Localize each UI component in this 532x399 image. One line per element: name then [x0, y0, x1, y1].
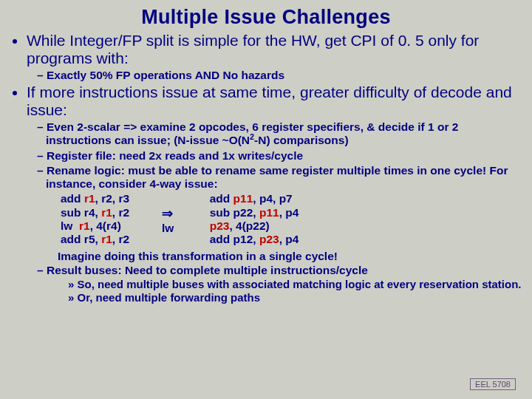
bullet-2-sub-3: Rename logic: must be able to rename sam…: [37, 164, 525, 191]
c-m4: [162, 235, 165, 248]
c-r3b: , 4(p22): [229, 219, 269, 232]
bullet-2: If more instructions issue at same time,…: [27, 83, 525, 304]
code-example: add r1, r2, r3 sub r4, r1, r2 lw r1, 4(r…: [27, 192, 525, 248]
code-mid-col: ⇒ lw: [162, 192, 174, 248]
bullet-1-text: While Integer/FP split is simple for the…: [27, 32, 479, 66]
c-r1a: add: [206, 192, 233, 205]
bullet-1-sub-1: Exactly 50% FP operations AND No hazards: [37, 69, 525, 82]
c-l3a: lw: [61, 219, 79, 232]
c-l2a: sub r4,: [61, 206, 101, 219]
c-l1b: , r2, r3: [95, 192, 130, 205]
c-l4a: add r5,: [61, 233, 101, 245]
bullet-2-sub-cont: Result buses: Need to complete multiple …: [27, 264, 525, 304]
c-l4b: , r2: [112, 233, 129, 245]
bullet-2-sub-1: Even 2-scalar => examine 2 opcodes, 6 re…: [37, 120, 525, 148]
c-m3: lw: [162, 222, 174, 234]
c-r2a: sub p22,: [206, 206, 259, 219]
c-l2r: r1: [101, 206, 112, 219]
bullet-2-sub-4-b: Or, need multiple forwarding paths: [68, 291, 525, 304]
c-r3p: p23: [210, 219, 230, 232]
bullet-2-sub-4-sub: So, need multiple buses with associated …: [46, 278, 525, 304]
arrow-icon: ⇒: [162, 206, 173, 221]
code-right-col: add p11, p4, p7 sub p22, p11, p4 p23, 4(…: [206, 192, 299, 248]
c-r2p: p11: [259, 206, 279, 219]
slide-title: Multiple Issue Challenges: [7, 6, 525, 29]
c-l1a: add: [61, 192, 84, 205]
c-r1b: , p4, p7: [253, 192, 292, 205]
bullet-2-text: If more instructions issue at same time,…: [27, 83, 512, 118]
b2s1-part-b: -N) comparisons): [254, 134, 348, 146]
c-l3r: r1: [79, 219, 90, 232]
c-m1: [162, 192, 165, 205]
slide: Multiple Issue Challenges While Integer/…: [0, 0, 532, 399]
c-r4p: p23: [259, 233, 279, 245]
c-r4a: add p12,: [206, 233, 259, 245]
c-l3b: , 4(r4): [90, 219, 121, 232]
bullet-list: While Integer/FP split is simple for the…: [7, 32, 525, 304]
c-l4r: r1: [101, 233, 112, 245]
bullet-1: While Integer/FP split is simple for the…: [27, 32, 525, 82]
code-left-col: add r1, r2, r3 sub r4, r1, r2 lw r1, 4(r…: [61, 192, 129, 248]
c-l2b: , r2: [112, 206, 129, 219]
c-r4b: , p4: [279, 233, 299, 245]
imagine-text: Imagine doing this transformation in a s…: [27, 250, 525, 263]
c-r2b: , p4: [279, 206, 299, 219]
footer-label: EEL 5708: [470, 378, 516, 390]
bullet-2-sub: Even 2-scalar => examine 2 opcodes, 6 re…: [27, 120, 525, 191]
b2s4-text: Result buses: Need to complete multiple …: [47, 264, 368, 276]
bullet-2-sub-2: Register file: need 2x reads and 1x writ…: [37, 149, 525, 163]
c-r1p: p11: [233, 192, 253, 205]
bullet-2-sub-4-a: So, need multiple buses with associated …: [68, 278, 525, 291]
bullet-2-sub-4: Result buses: Need to complete multiple …: [37, 264, 525, 304]
bullet-1-sub: Exactly 50% FP operations AND No hazards: [27, 69, 525, 82]
c-l1r: r1: [84, 192, 95, 205]
